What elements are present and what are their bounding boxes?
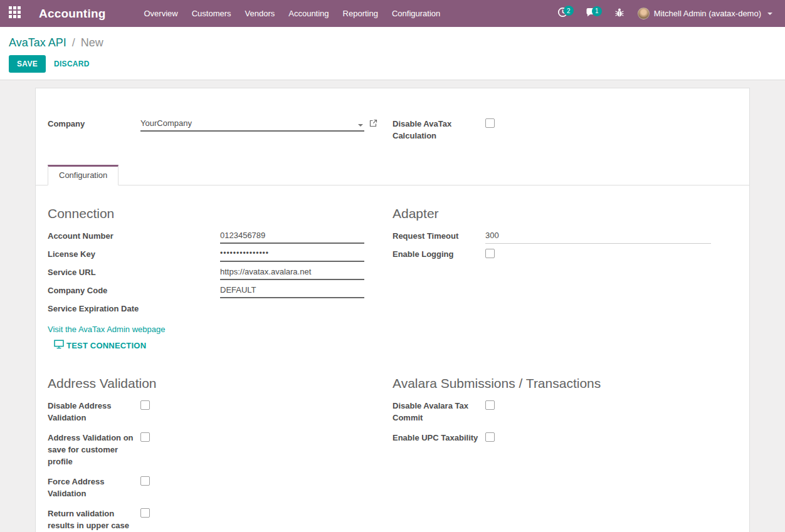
user-menu-button[interactable]: Mitchell Admin (avatax-demo): [635, 8, 775, 19]
tab-configuration[interactable]: Configuration: [48, 165, 119, 185]
menu-item-accounting[interactable]: Accounting: [282, 0, 335, 27]
enable-upc-taxability-row: Enable UPC Taxability: [392, 431, 737, 444]
notebook-tabs: Configuration: [36, 165, 749, 185]
avalara-submissions-section: Avalara Submissions / Transactions Disab…: [392, 376, 737, 532]
request-timeout-label: Request Timeout: [392, 229, 485, 242]
company-code-input[interactable]: DEFAULT: [220, 284, 364, 298]
service-expiration-label: Service Expiration Date: [48, 302, 220, 315]
license-key-input[interactable]: •••••••••••••••: [220, 248, 364, 262]
content-area: Company YourCompany: [0, 88, 785, 532]
external-link-icon[interactable]: [369, 118, 377, 130]
service-url-input[interactable]: https://avatax.avalara.net: [220, 266, 364, 280]
enable-logging-row: Enable Logging: [392, 248, 737, 266]
uppercase-results-checkbox[interactable]: [140, 508, 150, 518]
company-value: YourCompany: [140, 117, 192, 129]
service-expiration-row: Service Expiration Date: [48, 302, 392, 320]
adapter-title: Adapter: [392, 206, 737, 221]
disable-avatax-label: Disable AvaTax Calculation: [392, 117, 485, 142]
force-address-validation-checkbox[interactable]: [140, 476, 150, 486]
company-input[interactable]: YourCompany: [140, 117, 364, 132]
breadcrumb-current: New: [81, 36, 103, 49]
debug-menu-button[interactable]: [609, 5, 630, 23]
disable-tax-commit-label: Disable Avalara Tax Commit: [392, 399, 485, 424]
account-number-row: Account Number 0123456789: [48, 229, 392, 248]
test-connection-label: TEST CONNECTION: [66, 341, 146, 350]
app-title[interactable]: Accounting: [29, 7, 113, 21]
request-timeout-row: Request Timeout 300: [392, 229, 737, 248]
breadcrumb-separator: /: [70, 36, 78, 49]
disable-avatax-checkbox[interactable]: [485, 118, 495, 128]
license-key-label: License Key: [48, 248, 220, 260]
account-number-input[interactable]: 0123456789: [220, 229, 364, 244]
enable-upc-taxability-label: Enable UPC Taxability: [392, 431, 485, 444]
enable-logging-label: Enable Logging: [392, 248, 485, 260]
messages-badge: 1: [592, 6, 602, 16]
enable-logging-checkbox[interactable]: [485, 249, 495, 258]
uppercase-results-label: Return validation results in upper case: [48, 507, 140, 531]
control-panel: AvaTax API / New SAVE DISCARD: [0, 27, 785, 80]
address-validation-title: Address Validation: [48, 376, 392, 391]
user-avatar: [638, 8, 650, 19]
service-url-label: Service URL: [48, 266, 220, 278]
top-navbar: Accounting Overview Customers Vendors Ac…: [0, 0, 785, 27]
activity-menu-button[interactable]: 2: [551, 4, 574, 23]
breadcrumb-parent-link[interactable]: AvaTax API: [9, 36, 66, 49]
account-number-label: Account Number: [48, 229, 220, 242]
user-name: Mitchell Admin (avatax-demo): [654, 9, 761, 18]
uppercase-results-row: Return validation results in upper case: [48, 507, 392, 531]
systray: 2 1 Mitchell Admin (avatax-d: [551, 4, 775, 23]
menu-item-reporting[interactable]: Reporting: [336, 0, 385, 27]
validation-on-save-row: Address Validation on save for customer …: [48, 431, 392, 467]
menu-item-vendors[interactable]: Vendors: [238, 0, 282, 27]
force-address-validation-label: Force Address Validation: [48, 475, 140, 499]
validation-on-save-checkbox[interactable]: [140, 432, 150, 442]
company-field-row: Company YourCompany: [48, 117, 392, 135]
adapter-section: Adapter Request Timeout 300 Enable Loggi…: [392, 206, 737, 351]
dropdown-caret-icon: [358, 124, 363, 127]
disable-avatax-row: Disable AvaTax Calculation: [392, 117, 737, 142]
connection-section: Connection Account Number 0123456789 Lic…: [48, 206, 392, 351]
avatax-admin-webpage-link[interactable]: Visit the AvaTax Admin webpage: [48, 323, 165, 335]
configuration-tab-page: Connection Account Number 0123456789 Lic…: [36, 185, 749, 532]
bug-icon: [615, 8, 624, 20]
disable-tax-commit-checkbox[interactable]: [485, 400, 495, 410]
validation-on-save-label: Address Validation on save for customer …: [48, 431, 140, 467]
apps-menu-button[interactable]: [0, 0, 29, 27]
activity-badge: 2: [564, 6, 574, 16]
license-key-row: License Key •••••••••••••••: [48, 248, 392, 266]
enable-upc-taxability-checkbox[interactable]: [485, 432, 495, 442]
force-address-validation-row: Force Address Validation: [48, 475, 392, 499]
messages-menu-button[interactable]: 1: [579, 5, 604, 23]
main-menu: Overview Customers Vendors Accounting Re…: [137, 0, 448, 27]
request-timeout-input[interactable]: 300: [485, 229, 711, 244]
apps-grid-icon: [8, 6, 21, 21]
disable-address-validation-checkbox[interactable]: [140, 400, 150, 410]
disable-tax-commit-row: Disable Avalara Tax Commit: [392, 399, 737, 424]
disable-address-validation-row: Disable Address Validation: [48, 399, 392, 424]
company-label: Company: [48, 117, 140, 130]
monitor-icon: [54, 340, 64, 351]
form-sheet: Company YourCompany: [35, 88, 750, 532]
chevron-down-icon: [767, 13, 772, 15]
company-code-label: Company Code: [48, 284, 220, 296]
menu-item-configuration[interactable]: Configuration: [385, 0, 447, 27]
company-code-row: Company Code DEFAULT: [48, 284, 392, 302]
avalara-submissions-title: Avalara Submissions / Transactions: [392, 376, 737, 391]
discard-button[interactable]: DISCARD: [46, 55, 98, 73]
test-connection-button[interactable]: TEST CONNECTION: [54, 340, 146, 351]
save-button[interactable]: SAVE: [9, 55, 46, 73]
address-validation-section: Address Validation Disable Address Valid…: [48, 376, 392, 532]
menu-item-customers[interactable]: Customers: [185, 0, 238, 27]
breadcrumb: AvaTax API / New: [9, 35, 775, 50]
disable-address-validation-label: Disable Address Validation: [48, 399, 140, 424]
menu-item-overview[interactable]: Overview: [137, 0, 185, 27]
connection-title: Connection: [48, 206, 392, 221]
top-field-group: Company YourCompany: [48, 117, 737, 142]
service-url-row: Service URL https://avatax.avalara.net: [48, 266, 392, 284]
